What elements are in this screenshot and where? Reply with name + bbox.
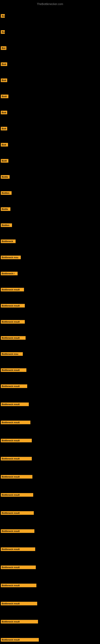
list-item: Bottleneck result [1,546,35,553]
bottleneck-label: Bottle [1,207,10,211]
bottleneck-label: Bottleneck result [1,304,25,308]
list-item: Bottleneck result [1,366,26,374]
bottleneck-label: Bottleneck result [1,475,32,478]
bottleneck-label: Bottleneck result [1,288,24,292]
bottleneck-label: Bottleneck result [1,320,25,324]
list-item: Bottlen [1,189,12,197]
list-item: Bottle [1,173,10,181]
list-item: Bottl [1,157,8,164]
bottleneck-label: Bottl [1,94,8,98]
list-item: Bottleneck r [1,270,18,277]
bottleneck-label: Bottleneck result [1,620,38,624]
list-item: Bottleneck resu [1,254,21,261]
list-item: Bottleneck result [1,473,32,480]
list-item: Bottleneck result [1,437,32,444]
bottleneck-label: Bott [1,111,7,114]
bottleneck-label: Bottleneck result [1,368,26,372]
bottleneck-label: Bottleneck result [1,402,29,406]
list-item: Bottleneck result [1,318,25,326]
list-item: Bo [1,28,5,36]
bottleneck-label: Bot [1,46,6,50]
bottleneck-label: Bottlen [1,191,12,195]
bottleneck-label: Bottleneck r [1,272,18,275]
list-item: Bottleneck result [1,527,34,535]
bottleneck-label: Bottlen [1,224,12,227]
bottleneck-label: Bottleneck result [1,457,32,460]
list-item: Bottle [1,205,10,213]
list-item: Bottleneck [1,238,16,245]
bottleneck-label: Bottleneck result [1,584,36,587]
bottleneck-label: Bott [1,78,7,82]
list-item: Bottleneck result [1,564,36,571]
bottleneck-label: Bottleneck result [1,602,37,605]
list-item: Bott [1,76,7,84]
list-item: Bottleneck result [1,582,36,589]
list-item: Bottleneck result [1,302,25,310]
list-item: Bottleneck resu [1,350,23,358]
list-item: Bottleneck result [1,600,37,607]
bottleneck-label: Bottleneck result [1,439,32,442]
bottleneck-label: Bott [1,127,7,130]
list-item: Bot [1,44,6,52]
bottleneck-label: Bottleneck result [1,420,30,424]
list-item: Bottleneck result [1,455,32,462]
list-item: Bott [1,141,8,148]
bottleneck-label: Bottleneck result [1,511,34,515]
bottleneck-label: Bottleneck [1,240,16,243]
list-item: Bo [1,12,5,20]
list-item: Bottlen [1,222,12,229]
list-item: Bottleneck result [1,491,33,499]
list-item: Bottl [1,92,8,100]
list-item: Bottleneck result [1,400,29,408]
bottleneck-label: Bottleneck resu [1,256,21,259]
bottleneck-label: Bottleneck result [1,566,36,569]
bottleneck-label: Bo [1,30,5,34]
bottleneck-label: Bottl [1,159,8,162]
list-item: Bott [1,109,7,116]
bottleneck-label: Bott [1,62,7,66]
bottleneck-label: Bottleneck result [1,638,39,642]
list-item: Bottleneck result [1,509,34,517]
bottleneck-label: Bottleneck resu [1,352,23,356]
list-item: Bottleneck result [1,618,38,626]
list-item: Bottleneck result [1,334,26,342]
list-item: Bottleneck result [1,636,39,644]
bottleneck-label: Bottleneck result [1,493,33,497]
bottleneck-label: Bottleneck result [1,384,27,388]
bottleneck-label: Bottle [1,175,10,179]
bottleneck-label: Bo [1,14,5,18]
list-item: Bott [1,125,7,132]
bottleneck-label: Bott [1,143,8,146]
list-item: Bottleneck result [1,286,24,294]
bottleneck-label: Bottleneck result [1,548,35,551]
bottleneck-label: Bottleneck result [1,529,34,533]
list-item: Bottleneck result [1,418,30,426]
list-item: Bott [1,60,7,68]
site-title: TheBottlenecker.com [0,1,100,7]
bottleneck-label: Bottleneck result [1,336,26,340]
list-item: Bottleneck result [1,382,27,390]
